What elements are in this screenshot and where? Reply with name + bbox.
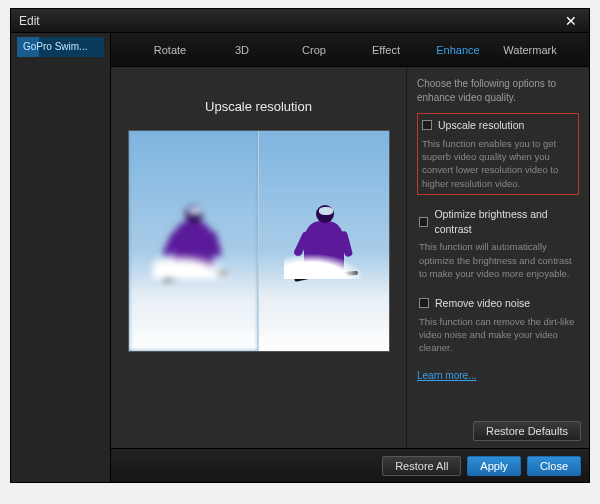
option-noise: Remove video noise This function can rem…	[417, 292, 579, 359]
tab-crop[interactable]: Crop	[278, 33, 350, 67]
restore-all-button[interactable]: Restore All	[382, 456, 461, 476]
option-label: Optimize brightness and contrast	[434, 207, 577, 236]
tab-effect[interactable]: Effect	[350, 33, 422, 67]
close-icon[interactable]: ✕	[561, 13, 581, 29]
checkbox-brightness[interactable]: Optimize brightness and contrast	[419, 207, 577, 236]
checkbox-icon	[419, 217, 428, 227]
enhance-intro: Choose the following options to enhance …	[417, 77, 579, 105]
edit-window: Edit ✕ GoPro Swim... Rotate 3D Crop Effe…	[10, 8, 590, 483]
option-desc: This function can remove the dirt-like v…	[419, 315, 577, 355]
clip-sidebar: GoPro Swim...	[11, 33, 111, 482]
checkbox-noise[interactable]: Remove video noise	[419, 296, 577, 311]
before-after-box: Before After	[128, 130, 390, 352]
after-image	[258, 131, 389, 351]
tab-3d[interactable]: 3D	[206, 33, 278, 67]
apply-button[interactable]: Apply	[467, 456, 521, 476]
learn-more-link[interactable]: Learn more...	[417, 369, 476, 383]
close-button[interactable]: Close	[527, 456, 581, 476]
restore-defaults-button[interactable]: Restore Defaults	[473, 421, 581, 441]
option-label: Upscale resolution	[438, 118, 524, 133]
footer-bar: Restore Defaults Restore All Apply Close	[111, 448, 589, 482]
option-brightness: Optimize brightness and contrast This fu…	[417, 203, 579, 284]
option-label: Remove video noise	[435, 296, 530, 311]
enhance-panel: Choose the following options to enhance …	[406, 67, 589, 448]
before-image	[129, 131, 259, 351]
option-desc: This function enables you to get superb …	[422, 137, 574, 190]
clip-thumbnail[interactable]: GoPro Swim...	[17, 37, 104, 57]
checkbox-icon	[419, 298, 429, 308]
tab-rotate[interactable]: Rotate	[134, 33, 206, 67]
preview-pane: Upscale resolution Before After	[111, 67, 406, 448]
tab-bar: Rotate 3D Crop Effect Enhance Watermark	[111, 33, 589, 67]
option-desc: This function will automatically optimiz…	[419, 240, 577, 280]
preview-title: Upscale resolution	[205, 99, 312, 114]
checkbox-icon	[422, 120, 432, 130]
titlebar: Edit ✕	[11, 9, 589, 33]
option-upscale: Upscale resolution This function enables…	[417, 113, 579, 195]
tab-watermark[interactable]: Watermark	[494, 33, 566, 67]
checkbox-upscale[interactable]: Upscale resolution	[422, 118, 574, 133]
tab-enhance[interactable]: Enhance	[422, 33, 494, 67]
window-title: Edit	[19, 14, 40, 28]
